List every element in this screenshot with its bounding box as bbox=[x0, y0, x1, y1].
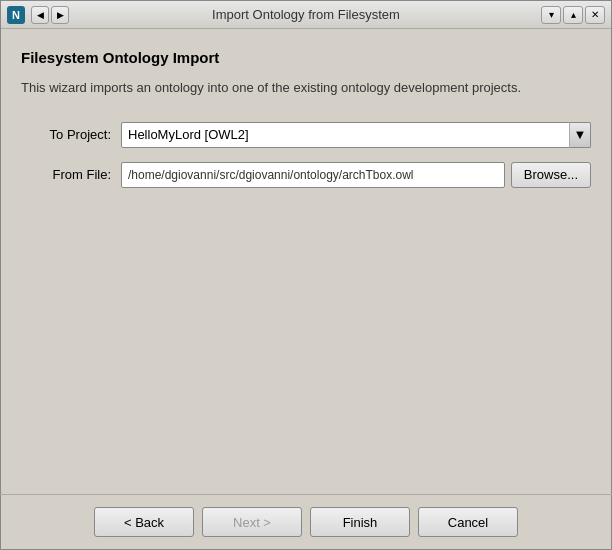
from-file-row: From File: Browse... bbox=[21, 162, 591, 188]
from-file-label: From File: bbox=[21, 167, 111, 182]
cancel-button[interactable]: Cancel bbox=[418, 507, 518, 537]
browse-button[interactable]: Browse... bbox=[511, 162, 591, 188]
description-text: This wizard imports an ontology into one… bbox=[21, 78, 591, 98]
window-title: Import Ontology from Filesystem bbox=[212, 7, 400, 22]
fwd-nav-button[interactable]: ▶ bbox=[51, 6, 69, 24]
back-nav-button[interactable]: ◀ bbox=[31, 6, 49, 24]
collapse-button[interactable]: ▾ bbox=[541, 6, 561, 24]
file-path-input[interactable] bbox=[121, 162, 505, 188]
main-content: Filesystem Ontology Import This wizard i… bbox=[1, 29, 611, 494]
window-controls: ▾ ▴ ✕ bbox=[541, 6, 605, 24]
to-project-label: To Project: bbox=[21, 127, 111, 142]
close-button[interactable]: ✕ bbox=[585, 6, 605, 24]
spacer bbox=[21, 202, 591, 495]
section-title: Filesystem Ontology Import bbox=[21, 49, 591, 66]
button-row: < Back Next > Finish Cancel bbox=[1, 495, 611, 549]
next-button[interactable]: Next > bbox=[202, 507, 302, 537]
project-select[interactable]: HelloMyLord [OWL2] bbox=[121, 122, 591, 148]
window: N ◀ ▶ Import Ontology from Filesystem ▾ … bbox=[0, 0, 612, 550]
to-project-control: HelloMyLord [OWL2] ▼ bbox=[121, 122, 591, 148]
nav-buttons: ◀ ▶ bbox=[31, 6, 69, 24]
title-bar: N ◀ ▶ Import Ontology from Filesystem ▾ … bbox=[1, 1, 611, 29]
from-file-control: Browse... bbox=[121, 162, 591, 188]
app-icon: N bbox=[7, 6, 25, 24]
expand-button[interactable]: ▴ bbox=[563, 6, 583, 24]
finish-button[interactable]: Finish bbox=[310, 507, 410, 537]
back-button[interactable]: < Back bbox=[94, 507, 194, 537]
project-select-wrapper: HelloMyLord [OWL2] ▼ bbox=[121, 122, 591, 148]
title-bar-left: N ◀ ▶ bbox=[7, 6, 69, 24]
to-project-row: To Project: HelloMyLord [OWL2] ▼ bbox=[21, 122, 591, 148]
